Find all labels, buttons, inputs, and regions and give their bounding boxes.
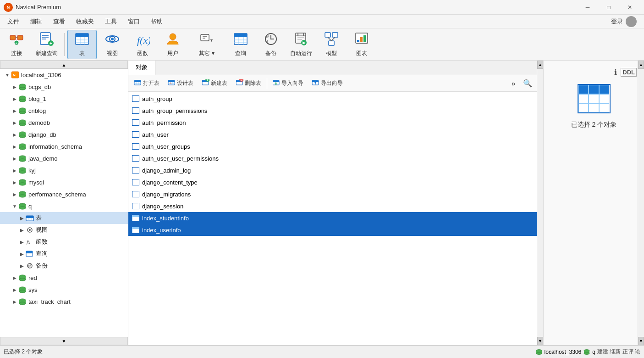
table-row-django-admin[interactable]: django_admin_log [128,164,537,176]
toolbar-table[interactable]: 表 [67,30,97,59]
status-selected-text: 已选择 2 个对象 [4,348,43,356]
table-row-django-content[interactable]: django_content_type [128,176,537,188]
svg-point-58 [19,87,26,90]
tree-item-mysql[interactable]: ▶ mysql [0,176,128,188]
table-row-index-userinfo[interactable]: index_userinfo [128,224,537,236]
svg-rect-131 [273,80,279,82]
table-row-index-studentinfo[interactable]: index_studentinfo [128,212,537,224]
design-table-label: 设计表 [177,79,193,87]
table-row-auth-user-perms[interactable]: auth_user_user_permissions [128,152,537,164]
selected-objects-icon [578,84,611,113]
svg-rect-51 [360,37,363,42]
table-row-auth-user-groups[interactable]: auth_user_groups [128,140,537,152]
db-label-bcgs: bcgs_db [28,84,51,90]
menu-window[interactable]: 窗口 [122,15,145,28]
design-table-btn[interactable]: ✎ 设计表 [164,78,198,89]
table-row-auth-group-perm[interactable]: auth_group_permissions [128,105,537,117]
toolbar-model[interactable]: 模型 [317,30,346,59]
tree-item-javademo[interactable]: ▶ java_demo [0,152,128,164]
menu-file[interactable]: 文件 [2,15,25,28]
tree-item-q-views[interactable]: ▶ 视图 [0,224,128,236]
new-table-btn[interactable]: + 新建表 [198,78,231,89]
svg-point-110 [19,302,26,305]
table-row-auth-user[interactable]: auth_user [128,129,537,140]
connect-label: 连接 [11,50,22,57]
tree-item-q-backup[interactable]: ▶ ↺ 备份 [0,260,128,272]
title-bar: N Navicat Premium ─ □ ✕ [0,0,644,15]
tree-item-q-tables[interactable]: ▶ 表 [0,212,128,224]
tree-item-bcgs[interactable]: ▶ bcgs_db [0,81,128,93]
toolbar-other[interactable]: ▼ 其它 ▾ [188,30,225,59]
info-panel-top: ℹ DDL [551,68,637,77]
minimize-button[interactable]: ─ [577,0,598,15]
tree-item-demodb[interactable]: ▶ demodb [0,117,128,129]
table-row-django-migrations[interactable]: django_migrations [128,188,537,200]
svg-text:+: + [50,40,52,45]
expand-icon-q-tables: ▶ [18,214,26,222]
info-scroll-up[interactable]: ▲ [638,61,644,69]
table-row-django-session[interactable]: django_session [128,200,537,212]
maximize-button[interactable]: □ [598,0,619,15]
import-wizard-btn[interactable]: 导入向导 [269,78,308,89]
menu-tools[interactable]: 工具 [99,15,122,28]
info-scroll-down[interactable]: ▼ [638,337,644,345]
info-icon-btn[interactable]: ℹ [614,68,617,77]
tree-item-perfschema[interactable]: ▶ performance_schema [0,188,128,200]
tree-item-cnblog[interactable]: ▶ cnblog [0,105,128,117]
toolbar-connect[interactable]: + 连接 [2,30,31,59]
model-label: 模型 [326,50,337,57]
tree-item-localhost[interactable]: ▼ N localhost_3306 [0,69,128,81]
db-icon-djangodb [18,130,27,139]
tree-item-infoschema[interactable]: ▶ information_schema [0,140,128,152]
ddl-icon-btn[interactable]: DDL [621,68,637,77]
tree-item-q-queries[interactable]: ▶ 查询 [0,248,128,260]
toolbar-backup[interactable]: ↺ 备份 [256,30,286,59]
sidebar-scroll-up[interactable]: ▲ [0,61,128,69]
new-table-icon: + [202,79,209,87]
close-button[interactable]: ✕ [619,0,640,15]
tree-item-kyj[interactable]: ▶ kyj [0,164,128,176]
db-icon-red [18,274,27,282]
expand-icon-localhost: ▼ [4,71,11,78]
open-table-btn[interactable]: 打开表 [130,78,164,89]
sidebar-scroll-down[interactable]: ▼ [0,337,128,345]
expand-icon-infoschema: ▶ [11,143,18,150]
toolbar-query[interactable]: 查询 [226,30,255,59]
menu-help[interactable]: 帮助 [145,15,168,28]
search-btn[interactable]: 🔍 [520,77,535,90]
status-extra: 建建 继新 正评 论 [597,348,640,356]
toolbar-function[interactable]: f(x) 函数 [128,30,157,59]
tree-item-taxi[interactable]: ▶ taxi_track_chart [0,296,128,308]
menu-view[interactable]: 查看 [48,15,71,28]
toolbar-user[interactable]: 用户 [158,30,187,59]
design-table-icon: ✎ [168,79,176,87]
login-button[interactable]: 登录 [605,14,642,29]
obj-toolbar-sep1 [267,78,267,89]
scroll-down-btn[interactable]: ▼ [537,337,543,345]
delete-table-btn[interactable]: – 删除表 [232,78,265,89]
tab-objects[interactable]: 对象 [128,61,155,75]
import-wizard-icon [273,79,280,87]
menu-edit[interactable]: 编辑 [25,15,48,28]
toolbar-view[interactable]: 视图 [98,30,127,59]
export-wizard-btn[interactable]: 导出向导 [308,78,347,89]
autorun-label: 自动运行 [290,50,312,57]
tree-item-blog1[interactable]: ▶ blog_1 [0,93,128,105]
table-row-auth-group[interactable]: auth_group [128,93,537,105]
toolbar-autorun[interactable]: ▶ 自动运行 [286,30,316,59]
tree-item-red[interactable]: ▶ red [0,272,128,284]
table-row-auth-perm[interactable]: auth_permission [128,117,537,129]
tree-item-q[interactable]: ▼ q [0,200,128,212]
expand-icon-cnblog: ▶ [11,107,18,114]
db-icon-blog1 [18,95,27,103]
scroll-up-btn[interactable]: ▲ [537,61,543,69]
more-options-btn[interactable]: » [509,78,518,89]
db-icon-perfschema [18,190,27,198]
toolbar-chart[interactable]: 图表 [347,30,376,59]
tree-item-sys[interactable]: ▶ sys [0,284,128,296]
menu-favorites[interactable]: 收藏夹 [71,15,99,28]
tree-item-q-functions[interactable]: ▶ fx 函数 [0,236,128,248]
content-scrollbar: ▲ ▼ [537,61,543,345]
tree-item-djangodb[interactable]: ▶ django_db [0,129,128,140]
toolbar-new-query[interactable]: + 新建查询 [32,30,61,59]
